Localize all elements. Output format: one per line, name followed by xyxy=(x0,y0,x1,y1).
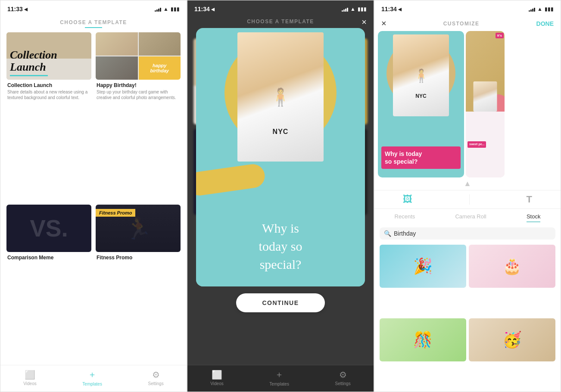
templates-label-1: Templates xyxy=(82,382,102,386)
wifi-icon-2: ▲ xyxy=(350,6,355,12)
tab-recents[interactable]: Recents xyxy=(395,213,415,222)
bottom-nav-1: ⬜ Videos ＋ Templates ⚙ Settings xyxy=(0,365,187,392)
text-tool-icon[interactable]: T xyxy=(527,194,532,205)
template-name-vs: Comparison Meme xyxy=(7,255,90,261)
tool-bar-3: 🖼 T xyxy=(374,190,561,209)
search-icon-3: 🔍 xyxy=(384,230,391,237)
settings-icon-2: ⚙ xyxy=(339,370,347,380)
nav-videos-1[interactable]: ⬜ Videos xyxy=(23,370,36,386)
close-button-3[interactable]: × xyxy=(381,19,386,28)
status-time-3: 11:34 ◀ xyxy=(381,6,402,12)
search-row-3: 🔍 Birthday xyxy=(374,225,561,242)
template-card-collection[interactable]: CollectionLaunch Collection Launch Share… xyxy=(6,32,91,200)
tab-camera-roll[interactable]: Camera Roll xyxy=(455,213,486,222)
stock-image-4[interactable]: 🥳 xyxy=(469,318,555,361)
preview-card-2: 🧍 NYC Why istoday sospecial? xyxy=(196,28,365,286)
bottom-nav-2: ⬜ Videos ＋ Templates ⚙ Settings xyxy=(187,365,374,392)
template-grid: CollectionLaunch Collection Launch Share… xyxy=(0,29,187,365)
search-value-3[interactable]: Birthday xyxy=(394,230,416,237)
signal-bars-1 xyxy=(155,6,161,12)
battery-icon-3: ▮▮▮ xyxy=(545,6,554,12)
preview3-question: Why is todayso special? xyxy=(385,150,457,165)
preview-person-2: 🧍 NYC xyxy=(237,32,324,162)
stock-image-1[interactable]: 🎉 xyxy=(380,245,466,288)
preview-question-2: Why istoday sospecial? xyxy=(203,219,358,274)
template-desc-birthday: Step up your birthday card game with cre… xyxy=(97,89,180,100)
nav-settings-1[interactable]: ⚙ Settings xyxy=(148,370,164,386)
preview-row-3: 🧍 NYC Why is todayso special? It's sweet… xyxy=(374,31,561,177)
phone-1: 11:33 ◀ ▲ ▮▮▮ CHOOSE A TEMPLATE xyxy=(0,0,187,392)
status-bar-2: 11:34 ◀ ▲ ▮▮▮ xyxy=(187,0,374,16)
wifi-icon-1: ▲ xyxy=(163,6,168,12)
status-bar-1: 11:33 ◀ ▲ ▮▮▮ xyxy=(0,0,187,16)
title-row-2: CHOOSE A TEMPLATE × xyxy=(187,16,374,28)
videos-label-2: Videos xyxy=(210,381,223,386)
template-name-birthday: Happy Birthday! xyxy=(97,82,180,88)
preview3-card2-bottom: sweet pe... xyxy=(466,112,505,177)
battery-icon-2: ▮▮▮ xyxy=(358,6,367,12)
fitness-label: Fitness Promo xyxy=(96,209,135,217)
videos-label-1: Videos xyxy=(23,381,36,386)
preview3-main-card: 🧍 NYC Why is todayso special? xyxy=(378,31,464,177)
page-title-3: CUSTOMIZE xyxy=(443,21,480,27)
stock-grid-3: 🎉 🎂 🎊 🥳 xyxy=(374,242,561,392)
page-title-1: CHOOSE A TEMPLATE xyxy=(60,19,127,25)
templates-label-2: Templates xyxy=(269,382,289,386)
template-card-vs[interactable]: VS. Comparison Meme xyxy=(6,205,91,361)
preview-text-2: Why istoday sospecial? xyxy=(196,209,365,286)
preview3-person: 🧍 NYC xyxy=(393,34,449,116)
videos-icon-2: ⬜ xyxy=(212,370,222,380)
stock-image-3[interactable]: 🎊 xyxy=(380,318,466,361)
videos-icon-1: ⬜ xyxy=(25,370,35,380)
phone-3: 11:34 ◀ ▲ ▮▮▮ × CUSTOMIZE DONE 🧍 xyxy=(374,0,561,392)
preview3-card2-person xyxy=(474,81,497,112)
signal-bars-3 xyxy=(529,6,535,12)
template-name-fitness: Fitness Promo xyxy=(97,255,180,261)
preview3-card2-top: It's xyxy=(466,31,505,112)
template-thumb-collection: CollectionLaunch xyxy=(6,32,91,80)
image-tool-icon[interactable]: 🖼 xyxy=(403,194,412,205)
status-time-1: 11:33 ◀ xyxy=(7,6,28,12)
settings-label-2: Settings xyxy=(335,381,351,386)
status-icons-2: ▲ ▮▮▮ xyxy=(342,6,367,12)
settings-icon-1: ⚙ xyxy=(152,370,160,380)
continue-row: CONTINUE xyxy=(236,286,324,323)
battery-icon-1: ▮▮▮ xyxy=(171,6,180,12)
done-button-3[interactable]: DONE xyxy=(536,20,554,27)
search-box-3: 🔍 Birthday xyxy=(380,227,555,240)
status-bar-3: 11:34 ◀ ▲ ▮▮▮ xyxy=(374,0,561,16)
tab-stock[interactable]: Stock xyxy=(527,213,541,222)
template-thumb-birthday: happy birthday xyxy=(96,32,181,80)
preview3-textbox: Why is todayso special? xyxy=(381,146,461,169)
nav-settings-2[interactable]: ⚙ Settings xyxy=(335,370,351,386)
nav-videos-2[interactable]: ⬜ Videos xyxy=(210,370,223,386)
settings-label-1: Settings xyxy=(148,381,164,386)
close-button-2[interactable]: × xyxy=(362,17,367,27)
continue-button[interactable]: CONTINUE xyxy=(236,293,324,312)
preview3-second-card: It's sweet pe... xyxy=(466,31,505,177)
preview-brush-2 xyxy=(196,163,266,197)
templates-icon-2: ＋ xyxy=(275,369,284,380)
nav-templates-1[interactable]: ＋ Templates xyxy=(82,369,102,386)
status-time-2: 11:34 ◀ xyxy=(194,6,215,12)
status-icons-3: ▲ ▮▮▮ xyxy=(529,6,554,12)
tab-row-3: Recents Camera Roll Stock xyxy=(374,209,561,225)
page-title-2: CHOOSE A TEMPLATE xyxy=(247,19,314,25)
stock-image-2[interactable]: 🎂 xyxy=(469,245,555,288)
template-thumb-vs: VS. xyxy=(6,205,91,252)
template-desc-collection: Share details about a new release using … xyxy=(7,89,90,100)
phone-2: 11:34 ◀ ▲ ▮▮▮ CHOOSE A TEMPLATE × xyxy=(187,0,374,392)
status-icons-1: ▲ ▮▮▮ xyxy=(155,6,180,12)
signal-bars-2 xyxy=(342,6,348,12)
it-label: It's xyxy=(496,33,504,38)
templates-icon-1: ＋ xyxy=(88,369,97,380)
template-card-fitness[interactable]: Fitness Promo 🏃 Fitness Promo xyxy=(96,205,181,361)
template-card-birthday[interactable]: happy birthday Happy Birthday! Step up y… xyxy=(96,32,181,200)
title-underline-1 xyxy=(85,27,102,28)
location-icon-1: ◀ xyxy=(24,7,28,12)
preview-arrow: ▲ xyxy=(374,179,561,188)
header-3: × CUSTOMIZE DONE xyxy=(374,16,561,31)
nav-templates-2[interactable]: ＋ Templates xyxy=(269,369,289,386)
template-thumb-fitness: Fitness Promo 🏃 xyxy=(96,205,181,252)
wifi-icon-3: ▲ xyxy=(537,6,542,12)
